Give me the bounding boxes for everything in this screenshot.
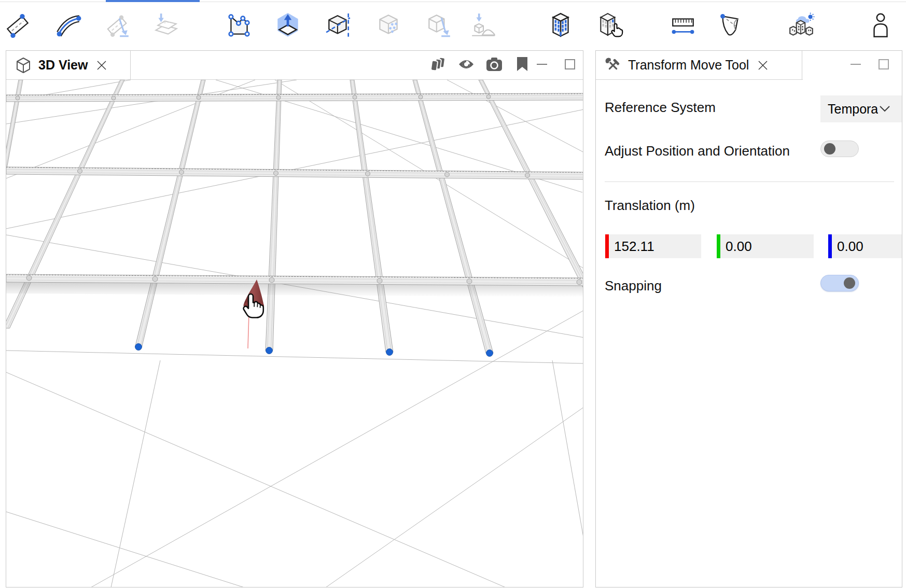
cube-icon bbox=[16, 57, 31, 74]
application-window: 3D View bbox=[0, 0, 906, 588]
building-tool-button[interactable] bbox=[544, 9, 577, 43]
tools-icon bbox=[605, 58, 621, 73]
maximize-view-icon[interactable] bbox=[563, 55, 577, 73]
chevron-down-icon bbox=[879, 105, 890, 113]
horizontal-roads bbox=[6, 93, 583, 286]
slice-tool-button[interactable] bbox=[322, 9, 355, 43]
building-select-tool-button[interactable] bbox=[593, 9, 626, 43]
tool-titlebar: Transform Move Tool bbox=[596, 51, 902, 79]
translation-label: Translation (m) bbox=[605, 198, 695, 214]
curved-road-tool-button[interactable] bbox=[52, 9, 85, 43]
view-window-controls bbox=[535, 55, 577, 73]
bookmark-icon[interactable] bbox=[514, 55, 530, 73]
paste-surface-tool-button[interactable] bbox=[150, 9, 183, 43]
maximize-tool-icon[interactable] bbox=[877, 55, 890, 73]
person-view-tool-button[interactable] bbox=[864, 9, 897, 43]
translation-x-value: 152.11 bbox=[609, 239, 654, 255]
layers-icon[interactable] bbox=[430, 55, 446, 73]
adjust-position-toggle[interactable] bbox=[820, 141, 859, 157]
view-frustum-icon bbox=[716, 12, 744, 40]
road-cleanup-tool-button[interactable] bbox=[101, 9, 134, 43]
camera-icon[interactable] bbox=[486, 55, 502, 73]
texture-cube-icon bbox=[374, 12, 402, 40]
translation-y-field[interactable]: 0.00 bbox=[717, 234, 814, 258]
translation-z-field[interactable]: 0.00 bbox=[828, 234, 902, 258]
tab-3d-view[interactable]: 3D View bbox=[6, 51, 131, 79]
toggle-knob bbox=[844, 277, 855, 289]
close-3d-view-icon[interactable] bbox=[95, 59, 108, 72]
drop-to-terrain-icon bbox=[469, 12, 497, 40]
drop-to-terrain-tool-button[interactable] bbox=[467, 9, 500, 43]
polygon-draw-icon bbox=[225, 12, 253, 40]
section-divider bbox=[605, 181, 894, 182]
3d-view-panel: 3D View bbox=[6, 50, 583, 587]
environment-icon bbox=[787, 12, 815, 40]
red-guide-line bbox=[248, 313, 249, 348]
translation-y-value: 0.00 bbox=[720, 239, 752, 255]
environment-tool-button[interactable] bbox=[785, 9, 818, 43]
close-tool-panel-icon[interactable] bbox=[756, 59, 770, 72]
measure-tool-button[interactable] bbox=[666, 9, 700, 43]
extrude-tool-button[interactable] bbox=[271, 9, 304, 43]
slice-icon bbox=[325, 12, 353, 40]
polygon-draw-tool-button[interactable] bbox=[222, 9, 256, 43]
cube-cleanup-tool-button[interactable] bbox=[422, 9, 455, 43]
transform-move-tool-panel: Transform Move Tool Reference System Tem… bbox=[595, 50, 902, 587]
snapping-toggle[interactable] bbox=[820, 275, 859, 291]
adjust-position-label: Adjust Position and Orientation bbox=[605, 143, 790, 159]
tool-window-controls bbox=[849, 55, 890, 73]
3d-viewport-canvas[interactable] bbox=[6, 80, 583, 587]
minimize-tool-icon[interactable] bbox=[849, 55, 862, 73]
straight-road-tool-button[interactable] bbox=[1, 9, 34, 43]
building-icon bbox=[547, 12, 575, 40]
texture-cube-tool-button[interactable] bbox=[372, 9, 405, 43]
reference-system-dropdown[interactable]: Tempora bbox=[820, 95, 902, 122]
cube-cleanup-icon bbox=[425, 12, 453, 40]
3d-view-titlebar: 3D View bbox=[6, 51, 583, 79]
paste-surface-icon bbox=[152, 12, 180, 40]
extrude-icon bbox=[274, 12, 302, 40]
minimize-view-icon[interactable] bbox=[535, 55, 549, 73]
straight-road-icon bbox=[4, 12, 32, 40]
snapping-label: Snapping bbox=[605, 278, 662, 294]
measure-icon bbox=[669, 12, 697, 40]
road-cleanup-icon bbox=[103, 12, 131, 40]
translation-x-field[interactable]: 152.11 bbox=[605, 234, 701, 258]
reference-system-value: Tempora bbox=[828, 102, 878, 117]
tab-transform-move-tool[interactable]: Transform Move Tool bbox=[596, 51, 802, 79]
terrain-wireframe bbox=[6, 80, 583, 587]
building-select-icon bbox=[596, 12, 624, 40]
tool-tab-title: Transform Move Tool bbox=[628, 58, 749, 73]
person-icon bbox=[867, 12, 895, 40]
eye-icon[interactable] bbox=[458, 55, 474, 73]
vertical-roads bbox=[6, 80, 583, 353]
translation-z-value: 0.00 bbox=[832, 239, 863, 255]
view-frustum-tool-button[interactable] bbox=[713, 9, 746, 43]
toggle-knob bbox=[824, 143, 835, 155]
curved-road-icon bbox=[54, 12, 82, 40]
view-titlebar-icons bbox=[430, 55, 530, 73]
3d-view-tab-title: 3D View bbox=[38, 58, 88, 73]
main-toolbar bbox=[0, 2, 906, 47]
tool-titlebar-underline bbox=[596, 79, 803, 80]
reference-system-label: Reference System bbox=[605, 100, 716, 116]
